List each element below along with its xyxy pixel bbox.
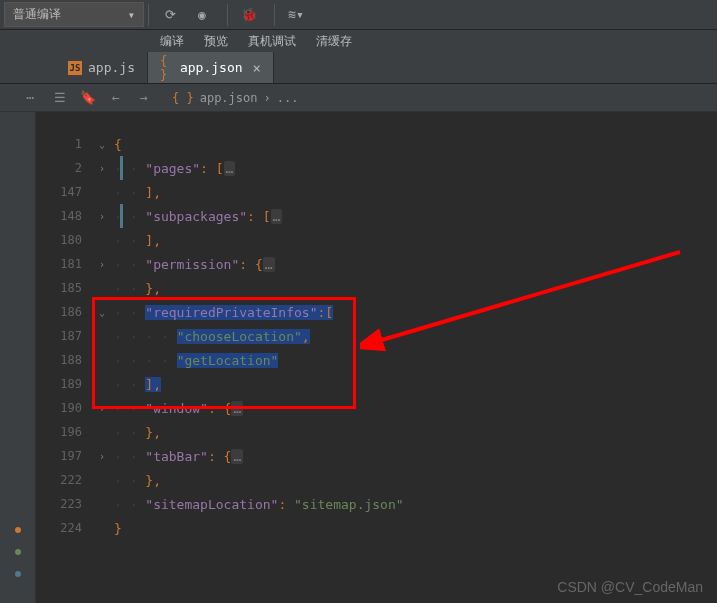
line-number: 1 (36, 132, 90, 156)
code-line[interactable]: · · ], (110, 180, 717, 204)
code-line[interactable]: · · "sitemapLocation": "sitemap.json" (110, 492, 717, 516)
editor-tabs: JS app.js { } app.json × (0, 52, 717, 84)
fold-closed-icon[interactable]: › (99, 211, 105, 222)
tab-app-js[interactable]: JS app.js (56, 52, 148, 83)
breadcrumb: { } app.json › ... (164, 91, 298, 105)
status-dot (15, 527, 21, 533)
fold-closed-icon[interactable]: › (99, 163, 105, 174)
compile-mode-dropdown[interactable]: 普通编译 ▾ (4, 2, 144, 27)
fold-gutter: ⌄›››⌄›› (90, 132, 110, 603)
line-number: 189 (36, 372, 90, 396)
code-line[interactable]: { (110, 132, 717, 156)
line-number: 148 (36, 204, 90, 228)
line-number: 196 (36, 420, 90, 444)
forward-icon[interactable]: → (136, 90, 152, 106)
code-line[interactable]: · · }, (110, 468, 717, 492)
status-dot (15, 571, 21, 577)
code-line[interactable]: · · "window": {… (110, 396, 717, 420)
json-file-icon: { } (172, 91, 194, 105)
change-marker (120, 156, 123, 180)
code-line[interactable]: · · ], (110, 372, 717, 396)
editor-subtoolbar: ⋯ ☰ 🔖 ← → { } app.json › ... (0, 84, 717, 112)
chevron-down-icon: ▾ (128, 8, 135, 22)
back-icon[interactable]: ← (108, 90, 124, 106)
code-line[interactable]: · · "permission": {… (110, 252, 717, 276)
line-number: 190 (36, 396, 90, 420)
fold-open-icon[interactable]: ⌄ (99, 307, 105, 318)
line-number: 185 (36, 276, 90, 300)
fold-closed-icon[interactable]: › (99, 403, 105, 414)
code-line[interactable]: · · "tabBar": {… (110, 444, 717, 468)
tab-label: app.json (180, 60, 243, 75)
js-file-icon: JS (68, 61, 82, 75)
line-number: 2 (36, 156, 90, 180)
breadcrumb-file[interactable]: app.json (200, 91, 258, 105)
toolbar-labels: 编译 预览 真机调试 清缓存 (0, 30, 717, 52)
line-number: 147 (36, 180, 90, 204)
layers-icon[interactable]: ≋▾ (281, 4, 311, 26)
json-file-icon: { } (160, 61, 174, 75)
line-number: 222 (36, 468, 90, 492)
code-line[interactable]: } (110, 516, 717, 540)
left-panel (0, 112, 36, 603)
eye-icon[interactable]: ◉ (187, 4, 217, 26)
code-line[interactable]: · · "pages": [… (110, 156, 717, 180)
tab-app-json[interactable]: { } app.json × (148, 52, 274, 83)
tab-label: app.js (88, 60, 135, 75)
bug-icon[interactable]: 🐞 (234, 4, 264, 26)
label-debug: 真机调试 (248, 33, 296, 50)
line-number: 223 (36, 492, 90, 516)
code-line[interactable]: · · }, (110, 276, 717, 300)
code-line[interactable]: · · ], (110, 228, 717, 252)
editor-container: 1214714818018118518618718818919019619722… (0, 112, 717, 603)
line-number: 187 (36, 324, 90, 348)
breadcrumb-rest[interactable]: ... (277, 91, 299, 105)
bookmark-icon[interactable]: 🔖 (80, 90, 96, 106)
line-number: 181 (36, 252, 90, 276)
code-line[interactable]: · · }, (110, 420, 717, 444)
line-number: 224 (36, 516, 90, 540)
chevron-right-icon: › (263, 91, 270, 105)
fold-open-icon[interactable]: ⌄ (99, 139, 105, 150)
code-line[interactable]: · · "subpackages": [… (110, 204, 717, 228)
line-number: 197 (36, 444, 90, 468)
list-icon[interactable]: ☰ (52, 90, 68, 106)
close-icon[interactable]: × (253, 60, 261, 76)
line-number: 180 (36, 228, 90, 252)
more-icon[interactable]: ⋯ (26, 90, 34, 105)
line-number: 188 (36, 348, 90, 372)
code-line[interactable]: · · · · "chooseLocation", (110, 324, 717, 348)
watermark: CSDN @CV_CodeMan (557, 579, 703, 595)
label-compile: 编译 (160, 33, 184, 50)
status-dot (15, 549, 21, 555)
code-line[interactable]: · · "requiredPrivateInfos":[ (110, 300, 717, 324)
label-clear: 清缓存 (316, 33, 352, 50)
fold-closed-icon[interactable]: › (99, 259, 105, 270)
code-editor[interactable]: 1214714818018118518618718818919019619722… (36, 112, 717, 603)
label-preview: 预览 (204, 33, 228, 50)
fold-closed-icon[interactable]: › (99, 451, 105, 462)
code-content[interactable]: {· · "pages": […· · ],· · "subpackages":… (110, 132, 717, 603)
line-numbers: 1214714818018118518618718818919019619722… (36, 132, 90, 603)
top-toolbar: 普通编译 ▾ ⟳ ◉ 🐞 ≋▾ (0, 0, 717, 30)
change-marker (120, 204, 123, 228)
line-number: 186 (36, 300, 90, 324)
refresh-icon[interactable]: ⟳ (155, 4, 185, 26)
code-line[interactable]: · · · · "getLocation" (110, 348, 717, 372)
compile-mode-label: 普通编译 (13, 6, 61, 23)
